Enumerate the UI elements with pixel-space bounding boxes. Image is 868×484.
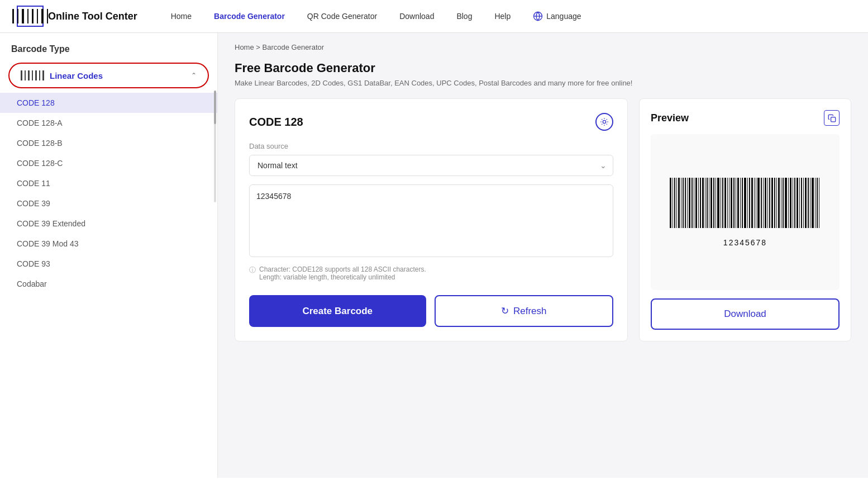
svg-rect-20: [705, 178, 705, 228]
nav-barcode-generator[interactable]: Barcode Generator: [214, 12, 285, 21]
action-buttons: Create Barcode ↻ Refresh: [249, 295, 613, 327]
sidebar-item-codabar[interactable]: Codabar: [0, 274, 217, 294]
copy-icon[interactable]: [824, 110, 840, 126]
preview-header: Preview: [651, 110, 840, 126]
nav-qr-code-generator[interactable]: QR Code Generator: [307, 12, 377, 21]
svg-rect-61: [797, 178, 798, 228]
sidebar-item-code39mod43[interactable]: CODE 39 Mod 43: [0, 234, 217, 254]
refresh-label: Refresh: [513, 306, 547, 317]
svg-rect-28: [722, 178, 723, 228]
nav-download[interactable]: Download: [399, 12, 434, 21]
page-title: Free Barcode Generator: [235, 61, 851, 75]
hint-text: Character: CODE128 supports all 128 ASCI…: [259, 265, 426, 281]
sidebar-item-code11[interactable]: CODE 11: [0, 173, 217, 193]
language-button[interactable]: Language: [533, 11, 581, 21]
svg-rect-13: [689, 178, 690, 228]
svg-rect-25: [716, 178, 716, 228]
nav-home[interactable]: Home: [171, 12, 192, 21]
svg-rect-3: [831, 117, 835, 121]
breadcrumb-separator: >: [256, 43, 262, 51]
form-hint: ⓘ Character: CODE128 supports all 128 AS…: [249, 265, 613, 281]
hint-char: Character: CODE128 supports all 128 ASCI…: [259, 265, 426, 273]
svg-rect-26: [717, 178, 719, 228]
form-panel-header: CODE 128: [249, 113, 613, 131]
svg-rect-24: [713, 178, 714, 228]
barcode-data-input[interactable]: 12345678: [249, 184, 613, 257]
data-source-select[interactable]: Normal text Hex Base64: [249, 155, 613, 176]
svg-rect-32: [731, 178, 732, 228]
main-nav: Home Barcode Generator QR Code Generator…: [171, 11, 851, 21]
sidebar-item-code128a[interactable]: CODE 128-A: [0, 113, 217, 133]
svg-rect-36: [740, 178, 741, 228]
scrollbar-track[interactable]: [214, 91, 216, 202]
hint-len: Length: variable length, theoretically u…: [259, 273, 426, 281]
logo-icon: [17, 6, 44, 27]
svg-rect-14: [691, 178, 693, 228]
nav-blog[interactable]: Blog: [456, 12, 472, 21]
sidebar-item-code128b[interactable]: CODE 128-B: [0, 133, 217, 153]
svg-rect-44: [757, 178, 760, 228]
sidebar-section-header-inner: Linear Codes: [21, 70, 103, 80]
main-layout: Barcode Type: [0, 33, 868, 478]
sidebar-item-code93[interactable]: CODE 93: [0, 254, 217, 274]
barcode-icon: [21, 70, 44, 80]
sidebar-section-header[interactable]: Linear Codes ⌃: [8, 63, 209, 88]
svg-rect-71: [819, 178, 819, 228]
svg-rect-45: [761, 178, 762, 228]
chevron-up-icon: ⌃: [191, 72, 197, 79]
refresh-icon: ↻: [501, 305, 509, 317]
svg-rect-15: [694, 178, 694, 228]
settings-icon[interactable]: [595, 113, 613, 131]
logo[interactable]: Online Tool Center: [17, 6, 137, 27]
barcode-svg: [664, 178, 826, 234]
logo-text: Online Tool Center: [48, 11, 137, 22]
sidebar: Barcode Type: [0, 33, 218, 478]
sidebar-item-code39[interactable]: CODE 39: [0, 193, 217, 213]
barcode-number: 12345678: [723, 238, 767, 247]
svg-rect-50: [771, 178, 773, 228]
logo-barcode-graphic: [12, 9, 48, 23]
svg-rect-6: [674, 178, 675, 228]
preview-barcode-area: 12345678: [651, 134, 840, 290]
copy-svg-icon: [828, 114, 836, 122]
page-subtitle: Make Linear Barcodes, 2D Codes, GS1 Data…: [235, 79, 851, 87]
breadcrumb-home[interactable]: Home: [235, 43, 254, 51]
svg-rect-55: [783, 178, 784, 228]
data-source-wrapper: Normal text Hex Base64 ⌄: [249, 155, 613, 176]
svg-rect-49: [769, 178, 770, 228]
barcode-container: 12345678: [664, 178, 826, 247]
download-button[interactable]: Download: [651, 298, 840, 330]
nav-help[interactable]: Help: [494, 12, 511, 21]
sidebar-title: Barcode Type: [0, 44, 217, 63]
sidebar-item-code128c[interactable]: CODE 128-C: [0, 153, 217, 173]
sidebar-items: CODE 128 CODE 128-A CODE 128-B CODE 128-…: [0, 93, 217, 294]
svg-rect-8: [678, 178, 680, 228]
svg-rect-7: [676, 178, 677, 228]
preview-title: Preview: [651, 112, 689, 124]
page-header: Free Barcode Generator Make Linear Barco…: [218, 58, 868, 98]
svg-rect-63: [801, 178, 802, 228]
svg-rect-38: [744, 178, 746, 228]
svg-rect-27: [721, 178, 721, 228]
content-columns: CODE 128 Data source Normal text Hex Bas…: [218, 98, 868, 358]
svg-rect-48: [767, 178, 768, 228]
svg-rect-46: [763, 178, 764, 228]
svg-rect-56: [785, 178, 787, 228]
svg-rect-31: [729, 178, 729, 228]
svg-rect-43: [756, 178, 756, 228]
sidebar-item-code128[interactable]: CODE 128: [0, 93, 217, 113]
svg-rect-30: [727, 178, 728, 228]
svg-rect-54: [781, 178, 781, 228]
refresh-button[interactable]: ↻ Refresh: [435, 295, 614, 327]
svg-rect-4: [670, 178, 671, 228]
svg-rect-40: [749, 178, 750, 228]
sidebar-item-code39ext[interactable]: CODE 39 Extended: [0, 213, 217, 234]
svg-rect-52: [776, 178, 777, 228]
scrollbar-thumb[interactable]: [214, 91, 216, 124]
svg-rect-23: [710, 178, 712, 228]
svg-rect-18: [700, 178, 701, 228]
svg-rect-53: [778, 178, 780, 228]
create-barcode-button[interactable]: Create Barcode: [249, 295, 426, 327]
svg-rect-5: [673, 178, 673, 228]
svg-rect-69: [815, 178, 815, 228]
